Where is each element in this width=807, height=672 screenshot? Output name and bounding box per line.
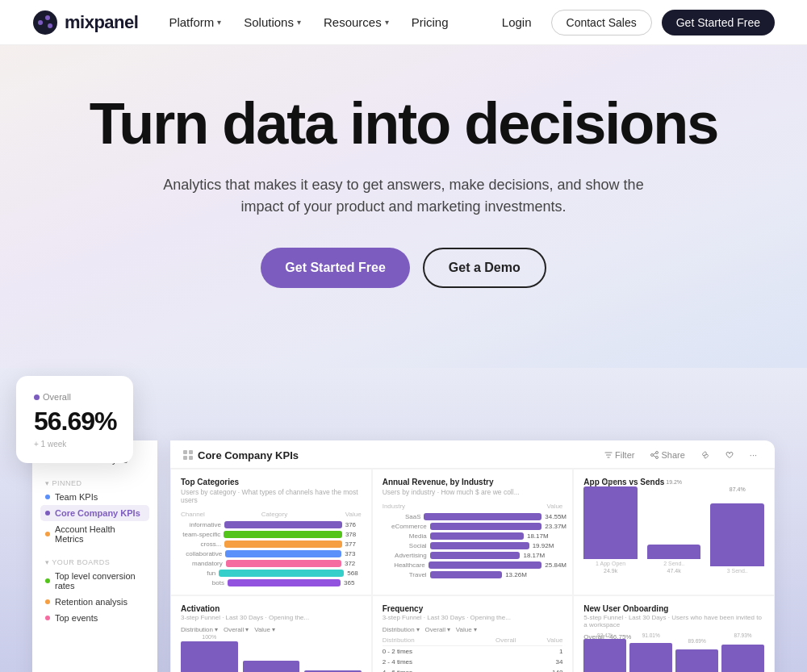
nav-links: Platform ▾ Solutions ▾ Resources ▾ Prici…	[161, 10, 456, 34]
onboarding-sub: 5-step Funnel · Last 30 Days · Users who…	[583, 614, 764, 628]
get-demo-button[interactable]: Get a Demo	[423, 248, 546, 288]
svg-point-0	[33, 10, 57, 35]
activation-title: Activation	[181, 604, 362, 613]
activation-panel: Activation 3-step Funnel · Last 30 Days …	[170, 595, 372, 672]
dashboard-header: Core Company KPIs Filter Share	[170, 440, 775, 469]
nav-resources[interactable]: Resources ▾	[316, 10, 397, 34]
login-button[interactable]: Login	[492, 10, 541, 34]
table-row: 4 - 6 times 148	[383, 667, 563, 672]
sidebar-item-account-health[interactable]: Account Health Metrics	[40, 521, 149, 547]
sidebar-item-team-kpis[interactable]: Team KPIs	[40, 489, 149, 505]
dot-icon	[45, 578, 50, 583]
frequency-title: Frequency	[383, 604, 563, 613]
bar-row: Travel 13.26M	[383, 571, 563, 578]
bar-row: mandatory 372	[181, 560, 362, 567]
sidebar-item-conversion[interactable]: Top level conversion rates	[40, 568, 149, 594]
onboarding-bars: 92.42k 33.9k 91.01% 23.1k 89.6	[583, 644, 764, 672]
logo[interactable]: mixpanel	[32, 10, 138, 35]
frequency-panel: Frequency 3-step Funnel · Last 30 Days ·…	[372, 595, 574, 672]
dashboard-actions: Filter Share ···	[600, 449, 762, 461]
svg-rect-7	[189, 456, 193, 460]
svg-line-12	[654, 456, 656, 457]
svg-point-1	[38, 20, 43, 25]
link-icon	[701, 451, 709, 459]
nav-platform[interactable]: Platform ▾	[161, 10, 229, 34]
chevron-down-icon: ▾	[297, 18, 301, 27]
more-button[interactable]: ···	[745, 449, 762, 461]
dot-icon	[45, 616, 50, 620]
frequency-table: Distribution Overall Value 0 - 2 times 1…	[383, 637, 563, 672]
filter-button[interactable]: Filter	[600, 449, 639, 461]
dashboard-wrapper: Overall 56.69% + 1 week Retention analys…	[32, 368, 775, 672]
share-icon	[650, 451, 659, 459]
sidebar-item-core-company-kpis[interactable]: Core Company KPIs	[40, 505, 149, 521]
svg-point-3	[48, 23, 52, 28]
bar-row: Media 18.17M	[383, 532, 563, 540]
svg-line-11	[654, 453, 656, 455]
vbar-col-1: 100% 1 App Open 24.9k	[583, 479, 638, 574]
dashboard-main: Core Company KPIs Filter Share	[170, 440, 775, 672]
onboarding-panel: New User Onboarding 5-step Funnel · Last…	[573, 595, 775, 672]
chevron-down-icon: ▾	[385, 18, 389, 27]
sidebar-item-top-events[interactable]: Top events	[40, 610, 149, 626]
dashboard-section: Overall 56.69% + 1 week Retention analys…	[0, 368, 807, 672]
dot-icon	[45, 511, 50, 515]
hero-section: Turn data into decisions Analytics that …	[0, 45, 807, 368]
revenue-chart: SaaS 34.55M eCommerce 23.37M Media	[383, 513, 563, 578]
sidebar-pinned-label: ▾ Pinned	[40, 476, 149, 489]
bar-row: Advertising 18.17M	[383, 552, 563, 559]
nav-right: Login Contact Sales Get Started Free	[492, 10, 775, 35]
annual-revenue-sub: Users by industry · How much $ are we co…	[383, 488, 563, 496]
bar-row: eCommerce 23.37M	[383, 523, 563, 530]
charts-grid-bottom: Activation 3-step Funnel · Last 30 Days …	[170, 595, 775, 672]
top-categories-panel: Top Categories Users by category · What …	[170, 469, 372, 595]
nav-left: mixpanel Platform ▾ Solutions ▾ Resource…	[32, 10, 457, 35]
bar-row: team-specific 378	[181, 531, 362, 538]
svg-rect-4	[183, 450, 187, 454]
sidebar-section-boards: ▾ Your Boards Top level conversion rates…	[40, 555, 149, 626]
bar-row: bots 365	[181, 579, 362, 586]
nav-pricing[interactable]: Pricing	[404, 10, 457, 34]
hero-title: Turn data into decisions	[40, 94, 767, 155]
sidebar-item-retention-board[interactable]: Retention analysis	[40, 594, 149, 610]
link-button[interactable]	[696, 449, 714, 461]
activation-sub: 3-step Funnel · Last 30 Days · Opening t…	[181, 614, 362, 621]
table-row: 0 - 2 times 1	[383, 646, 563, 657]
dot-icon	[45, 495, 50, 499]
bar-row: Healthcare 25.84M	[383, 561, 563, 569]
get-started-nav-button[interactable]: Get Started Free	[662, 10, 775, 35]
stat-value: 56.69%	[34, 407, 115, 436]
top-categories-chart: informative 376 team-specific 378 cross.…	[181, 521, 362, 586]
app-opens-panel: App Opens vs Sends 100% 100% 1 App Open …	[573, 469, 775, 595]
dashboard-title: Core Company KPIs	[183, 449, 299, 461]
dot-icon	[45, 599, 50, 604]
sidebar-section-pinned: ▾ Pinned Team KPIs Core Company KPIs Acc…	[40, 476, 149, 547]
get-started-hero-button[interactable]: Get Started Free	[261, 248, 409, 288]
hero-subtitle: Analytics that makes it easy to get answ…	[161, 174, 646, 219]
stat-dot-icon	[34, 394, 40, 400]
svg-point-8	[656, 452, 659, 454]
navbar: mixpanel Platform ▾ Solutions ▾ Resource…	[0, 0, 807, 45]
svg-rect-5	[189, 450, 193, 454]
bar-row: informative 376	[181, 521, 362, 528]
table-row: 2 - 4 times 34	[383, 657, 563, 667]
grid-icon	[183, 450, 193, 460]
bar-row: SaaS 34.55M	[383, 513, 563, 520]
contact-sales-button[interactable]: Contact Sales	[551, 10, 652, 35]
top-categories-title: Top Categories	[181, 478, 362, 486]
share-button[interactable]: Share	[646, 449, 689, 461]
nav-solutions[interactable]: Solutions ▾	[236, 10, 309, 34]
hero-cta: Get Started Free Get a Demo	[32, 248, 775, 288]
svg-point-2	[45, 15, 50, 20]
stat-label: Overall	[34, 392, 115, 402]
stat-card: Overall 56.69% + 1 week	[16, 376, 133, 463]
onboarding-title: New User Onboarding	[583, 604, 764, 613]
svg-point-10	[651, 454, 654, 457]
annual-revenue-title: Annual Revenue, by Industry	[383, 478, 563, 486]
bar-row: cross... 377	[181, 541, 362, 548]
mixpanel-logo-icon	[32, 10, 58, 35]
bar-row: collaborative 373	[181, 550, 362, 557]
favorite-button[interactable]	[721, 449, 738, 461]
sidebar-nav: Retention analysis ▾ Pinned Team KPIs Co…	[32, 440, 157, 672]
annual-revenue-panel: Annual Revenue, by Industry Users by ind…	[372, 469, 574, 595]
